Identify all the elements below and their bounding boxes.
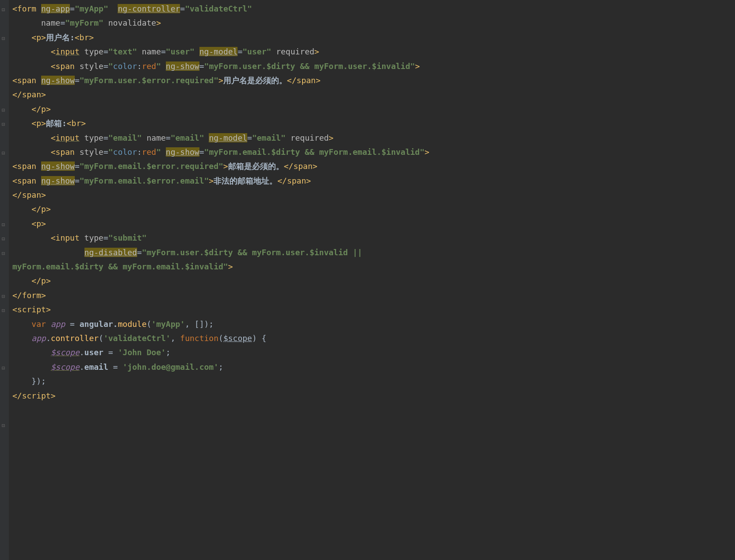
code-line[interactable]: <span ng-show="myForm.user.$error.requir… bbox=[12, 73, 429, 88]
code-line[interactable]: app.controller('validateCtrl', function(… bbox=[12, 331, 429, 345]
fold-marker[interactable]: ⊟ bbox=[2, 149, 7, 154]
token-op: ( bbox=[99, 334, 103, 343]
token-punc: < bbox=[51, 47, 56, 56]
token-punc: > bbox=[415, 61, 420, 71]
token-op: ( bbox=[218, 334, 223, 343]
token-eq: = bbox=[70, 4, 75, 13]
token-punc: < bbox=[67, 119, 72, 128]
token-txt bbox=[12, 319, 31, 329]
token-op: = bbox=[65, 319, 80, 329]
code-line[interactable]: </script> bbox=[12, 389, 429, 403]
code-area[interactable]: <form ng-app="myApp" ng-controller="vali… bbox=[9, 0, 429, 560]
token-str: "email" bbox=[171, 133, 204, 142]
token-txt: 邮箱是必须的。 bbox=[228, 161, 284, 171]
token-txt bbox=[12, 47, 51, 56]
token-punc: < bbox=[12, 176, 17, 185]
fold-marker[interactable]: ⊟ bbox=[2, 106, 7, 111]
code-line[interactable]: </span> bbox=[12, 188, 429, 202]
code-line[interactable]: var app = angular.module('myApp', []); bbox=[12, 317, 429, 331]
code-line[interactable]: <input type="email" name="email" ng-mode… bbox=[12, 131, 429, 145]
code-line[interactable]: </p> bbox=[12, 274, 429, 288]
token-eq: = bbox=[103, 133, 108, 142]
token-attr-hl: ng-show bbox=[41, 76, 75, 85]
token-tag: p bbox=[36, 119, 41, 128]
token-punc: </ bbox=[12, 291, 22, 300]
token-param-u: $scope bbox=[223, 334, 252, 343]
token-attr-hl: ng-model bbox=[199, 47, 238, 56]
token-css-val: red bbox=[142, 147, 157, 157]
token-str: "myForm.user.$error.required" bbox=[80, 76, 218, 85]
fold-marker[interactable]: ⊟ bbox=[2, 421, 7, 426]
token-tag: input bbox=[56, 47, 80, 56]
token-punc: > bbox=[41, 90, 46, 99]
token-punc: < bbox=[75, 33, 80, 42]
code-line[interactable]: <form ng-app="myApp" ng-controller="vali… bbox=[12, 2, 429, 16]
token-op: , bbox=[171, 334, 180, 343]
token-punc: > bbox=[46, 276, 51, 285]
token-punc: > bbox=[306, 176, 311, 185]
token-tag: span bbox=[22, 190, 41, 199]
code-line[interactable]: }); bbox=[12, 374, 429, 388]
token-txt bbox=[12, 276, 31, 285]
code-line[interactable]: myForm.email.$dirty && myForm.email.$inv… bbox=[12, 260, 429, 274]
fold-marker[interactable]: ⊟ bbox=[2, 234, 7, 240]
code-line[interactable]: <span ng-show="myForm.email.$error.requi… bbox=[12, 159, 429, 173]
token-txt: 非法的邮箱地址。 bbox=[214, 176, 277, 185]
fold-marker[interactable]: ⊟ bbox=[2, 364, 7, 369]
token-attr: name bbox=[142, 47, 161, 56]
token-str: " bbox=[108, 147, 113, 157]
fold-marker[interactable]: ⊟ bbox=[2, 34, 7, 39]
token-str: "text" bbox=[108, 47, 137, 56]
code-line[interactable]: <p>用户名:<br> bbox=[12, 31, 429, 45]
code-line[interactable]: <span style="color:red" ng-show="myForm.… bbox=[12, 59, 429, 73]
code-line[interactable]: <p> bbox=[12, 217, 429, 231]
code-line[interactable]: $scope.user = 'John Doe'; bbox=[12, 345, 429, 360]
token-attr-hl: ng-show bbox=[41, 161, 75, 171]
code-line[interactable]: <p>邮箱:<br> bbox=[12, 116, 429, 130]
code-line[interactable]: <input type="submit" bbox=[12, 231, 429, 245]
token-punc: > bbox=[223, 161, 228, 171]
token-txt bbox=[12, 18, 41, 27]
code-line[interactable]: </span> bbox=[12, 88, 429, 102]
fold-marker[interactable]: ⊟ bbox=[2, 220, 7, 226]
fold-marker[interactable]: ⊟ bbox=[2, 292, 7, 297]
token-attr-hl: ng-model bbox=[209, 133, 247, 142]
token-str: "myForm.user.$dirty && myForm.user.$inva… bbox=[142, 248, 363, 257]
token-css-val: red bbox=[142, 61, 157, 71]
token-attr-hl: ng-show bbox=[166, 147, 199, 157]
token-eq: = bbox=[75, 161, 80, 171]
token-tag: span bbox=[17, 76, 41, 85]
code-line[interactable]: </form> bbox=[12, 288, 429, 303]
token-jskw: function bbox=[180, 334, 218, 343]
code-line[interactable]: $scope.email = 'john.doe@gmail.com'; bbox=[12, 360, 429, 374]
code-line[interactable]: ng-disabled="myForm.user.$dirty && myFor… bbox=[12, 245, 429, 260]
fold-marker[interactable]: ⊟ bbox=[2, 306, 7, 311]
token-tag: span bbox=[56, 61, 80, 71]
code-line[interactable]: <span ng-show="myForm.email.$error.email… bbox=[12, 174, 429, 188]
token-txt bbox=[108, 4, 118, 13]
token-attr: name bbox=[146, 133, 165, 142]
token-attr: novalidate bbox=[108, 18, 156, 27]
fold-marker[interactable]: ⊟ bbox=[2, 249, 7, 254]
token-tag: script bbox=[22, 391, 51, 400]
fold-marker[interactable]: ⊟ bbox=[2, 120, 7, 125]
code-editor[interactable]: ⊟⊟⊟⊟⊟⊟⊟⊟⊟⊟⊟⊟ <form ng-app="myApp" ng-con… bbox=[0, 0, 735, 560]
fold-marker[interactable]: ⊟ bbox=[2, 5, 7, 11]
code-line[interactable]: <script> bbox=[12, 303, 429, 317]
token-op: . bbox=[80, 362, 84, 372]
token-tag: p bbox=[41, 204, 46, 214]
token-ident-it: $scope bbox=[51, 362, 80, 372]
code-line[interactable]: </p> bbox=[12, 202, 429, 216]
token-str: "myForm.email.$error.email" bbox=[80, 176, 209, 185]
token-txt bbox=[12, 61, 51, 71]
code-line[interactable]: <input type="text" name="user" ng-model=… bbox=[12, 45, 429, 59]
token-txt bbox=[195, 47, 199, 56]
token-txt bbox=[161, 61, 166, 71]
token-eq: = bbox=[103, 147, 108, 157]
code-line[interactable]: name="myForm" novalidate> bbox=[12, 16, 429, 30]
code-line[interactable]: </p> bbox=[12, 102, 429, 116]
token-txt bbox=[103, 18, 108, 27]
code-line[interactable]: <span style="color:red" ng-show="myForm.… bbox=[12, 145, 429, 159]
token-punc: </ bbox=[12, 190, 22, 199]
token-attr-hl: ng-disabled bbox=[84, 248, 137, 257]
